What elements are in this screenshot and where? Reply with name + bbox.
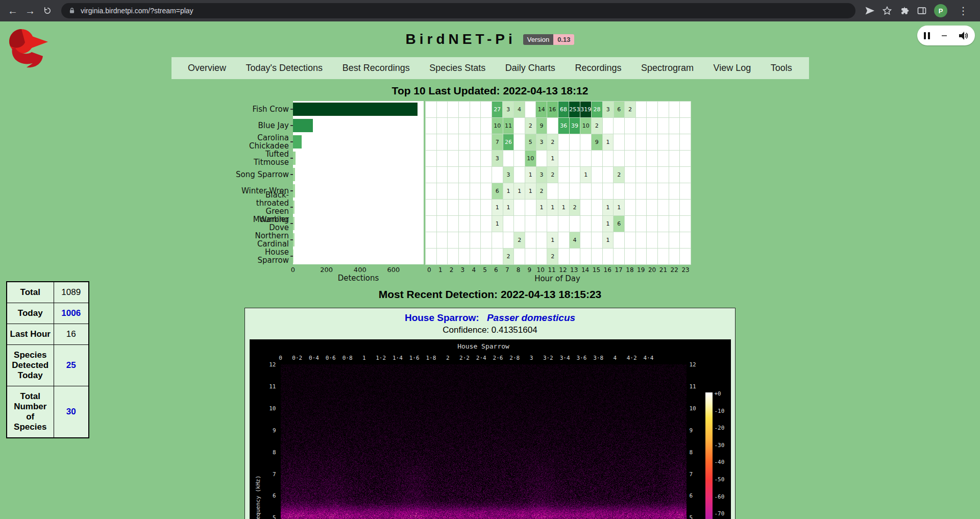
heatmap-cell <box>580 200 592 216</box>
heatmap-cell <box>603 151 614 167</box>
stat-value[interactable]: 25 <box>54 345 89 386</box>
heatmap-cell <box>470 134 481 151</box>
nav-item-today-s-detections[interactable]: Today's Detections <box>243 63 326 73</box>
hour-axis-tick: 3 <box>457 266 469 274</box>
bar-axis-tick: 200 <box>320 266 333 274</box>
stats-row: Species Detected Today25 <box>7 345 89 386</box>
heatmap-cell <box>459 183 470 200</box>
heatmap-cell <box>592 216 603 232</box>
heatmap-cell <box>437 183 448 200</box>
extensions-icon[interactable] <box>899 6 910 16</box>
heatmap-cell <box>492 167 503 183</box>
heatmap-cell <box>680 183 691 200</box>
heatmap-cell <box>647 167 658 183</box>
heatmap-cell: 39 <box>570 118 581 134</box>
send-icon[interactable] <box>865 6 875 16</box>
heatmap-cell <box>614 232 625 249</box>
heatmap-cell: 28 <box>592 102 603 118</box>
db-tick-label: -40 <box>715 459 725 465</box>
audio-player[interactable] <box>917 26 975 45</box>
heatmap-cell <box>514 249 525 265</box>
forward-icon[interactable]: → <box>21 2 39 19</box>
page-header: BirdNET-Pi Version 0.13 <box>0 21 980 57</box>
menu-kebab-icon[interactable]: ⋮ <box>954 2 972 19</box>
heatmap-cell <box>603 118 614 134</box>
detection-common-name-link[interactable]: House Sparrow: <box>405 312 479 323</box>
freq-tick-label-right: 9 <box>690 427 693 433</box>
reload-icon[interactable] <box>39 2 56 19</box>
heatmap-cell <box>426 232 437 249</box>
heatmap-cell: 10 <box>492 118 503 134</box>
heatmap-cell <box>558 151 570 167</box>
species-label: CarolinaChickadee <box>236 134 293 150</box>
heatmap-cell <box>459 167 470 183</box>
side-panel-icon[interactable] <box>917 6 927 16</box>
heatmap-row: 22 <box>426 249 691 265</box>
birdnet-logo[interactable] <box>6 28 52 71</box>
bookmark-star-icon[interactable] <box>882 6 892 16</box>
heatmap-cell <box>459 232 470 249</box>
heatmap-cell <box>536 249 548 265</box>
heatmap-cell <box>459 151 470 167</box>
species-label: Blue Jay <box>236 117 293 134</box>
heatmap-cell <box>558 216 570 232</box>
heatmap-cell <box>525 216 536 232</box>
heatmap-cell: 3 <box>536 134 548 151</box>
stat-label: Last Hour <box>7 324 54 345</box>
volume-icon[interactable] <box>958 31 968 41</box>
heatmap-cell: 6 <box>614 216 625 232</box>
nav-item-species-stats[interactable]: Species Stats <box>426 63 488 73</box>
stats-row: Today1006 <box>7 303 89 324</box>
detection-scientific-name-link[interactable]: Passer domesticus <box>487 312 575 323</box>
profile-avatar[interactable]: P <box>934 4 947 17</box>
hour-axis-tick: 1 <box>435 266 446 274</box>
heatmap-row: 11111211 <box>426 200 691 216</box>
stats-table-body: Total1089Today1006Last Hour16Species Det… <box>7 282 89 438</box>
heatmap-cell <box>426 249 437 265</box>
heatmap-cell: 1 <box>525 183 536 200</box>
species-label-text: House Sparrow <box>236 248 289 264</box>
nav-item-overview[interactable]: Overview <box>185 63 229 73</box>
heatmap-cell <box>536 151 548 167</box>
heatmap-row: 313212 <box>426 167 691 183</box>
version-badge-label: Version <box>523 34 553 45</box>
heatmap-cell <box>536 216 548 232</box>
heatmap-cell <box>481 249 492 265</box>
back-icon[interactable]: ← <box>4 2 21 19</box>
db-tick-label: -70 <box>715 510 725 517</box>
nav-item-spectrogram[interactable]: Spectrogram <box>638 63 697 73</box>
time-tick-label: 1·2 <box>376 355 386 361</box>
freq-tick-label-left: 6 <box>262 492 276 499</box>
nav-item-view-log[interactable]: View Log <box>710 63 754 73</box>
confidence-value: 0.41351604 <box>492 325 537 335</box>
stat-value[interactable]: 30 <box>54 386 89 438</box>
address-bar[interactable]: virginia.birdnetpi.com/?stream=play <box>61 3 855 18</box>
nav-item-best-recordings[interactable]: Best Recordings <box>339 63 413 73</box>
heatmap-cell <box>625 183 636 200</box>
nav-item-tools[interactable]: Tools <box>768 63 795 73</box>
heatmap-cell <box>614 151 625 167</box>
nav-item-daily-charts[interactable]: Daily Charts <box>502 63 558 73</box>
time-tick-label: 2·2 <box>459 355 470 361</box>
species-label-text: CarolinaChickadee <box>249 134 289 150</box>
stat-label: Total Number of Species <box>7 386 54 438</box>
heatmap-cell <box>448 102 459 118</box>
bar-row <box>293 166 424 183</box>
time-tick-label: 2·4 <box>476 355 486 361</box>
hour-axis-tick: 16 <box>602 266 613 274</box>
hour-axis-tick: 12 <box>557 266 569 274</box>
seek-dash[interactable] <box>942 35 947 36</box>
stat-value[interactable]: 1006 <box>54 303 89 324</box>
detection-panel: House Sparrow: Passer domesticus Confide… <box>244 308 736 519</box>
stats-row: Total1089 <box>7 282 89 303</box>
nav-item-recordings[interactable]: Recordings <box>572 63 624 73</box>
heatmap-cell <box>437 118 448 134</box>
species-label-text: Tufted Titmouse <box>236 150 289 166</box>
hour-axis-tick: 17 <box>613 266 624 274</box>
heatmap-cell <box>680 102 691 118</box>
heatmap-cell: 2 <box>570 200 581 216</box>
pause-icon[interactable] <box>924 32 930 39</box>
heatmap-cell <box>580 134 592 151</box>
species-label-line: Fish Crow <box>252 105 289 113</box>
heatmap-cell <box>481 183 492 200</box>
